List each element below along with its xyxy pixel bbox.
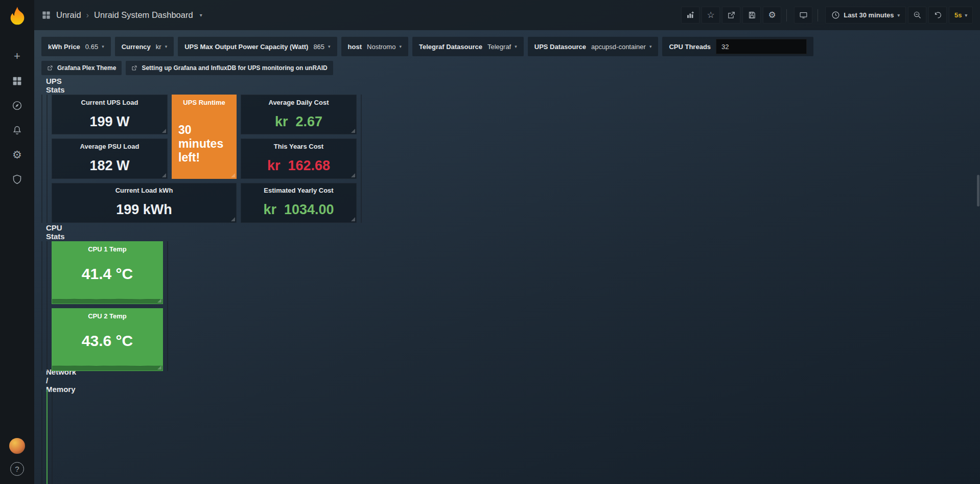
stat-value: kr 162.68 [267,158,330,174]
star-button[interactable]: ☆ [702,7,720,24]
panel-cpu1-temp: CPU 1 Temp 41.4 °C [52,241,163,304]
share-button[interactable] [722,7,740,24]
cycle-view-tv-button[interactable] [794,7,812,24]
server-admin-shield-icon[interactable] [6,170,29,188]
panel-title[interactable]: Current Load kWh [115,187,173,194]
explore-compass-icon[interactable] [6,96,29,114]
breadcrumb-page[interactable]: Unraid System Dashboard [94,10,193,20]
panel-title[interactable]: Average Daily Cost [268,99,329,106]
variable-dropdown[interactable]: 0.65▾ [85,43,104,51]
variable-telegraf-datasource: Telegraf Datasource Telegraf▾ [412,37,524,56]
row-title: Network / Memory [46,367,76,394]
panel-current-ups-load: Current UPS Load 199 W [52,95,168,134]
panel-title[interactable]: CPU package [46,245,48,253]
panel-title[interactable]: Network [41,394,42,401]
variable-currency: Currency kr▾ [115,37,174,56]
panel-current-load-kwh: Current Load kWh 199 kWh [52,183,237,223]
panel-title[interactable]: Uptime [46,394,48,401]
variable-dropdown[interactable]: kr▾ [156,43,167,51]
refresh-interval-button[interactable]: 5s ▾ [949,7,973,24]
panel-title[interactable]: UPS Load % [41,99,42,106]
legend-column[interactable]: current [41,339,42,345]
panel-title[interactable]: Current UPS Load [81,99,138,106]
page-scrollbar[interactable] [976,0,980,484]
grafana-logo[interactable] [7,5,28,26]
panel-title[interactable]: CPU 2 Temp [88,312,127,320]
help-icon[interactable]: ? [10,462,24,476]
chart-legend: max avg current▾ CPU Total 38% 18% 36% U… [47,336,48,371]
add-panel-button[interactable] [681,7,699,24]
variable-dropdown[interactable]: apcupsd-container▾ [591,43,652,51]
save-button[interactable] [742,7,761,24]
grafana-flame-icon [7,5,28,26]
link-label: Grafana Plex Theme [57,64,116,72]
navbar-divider [818,9,818,21]
legend-column[interactable]: current [167,339,168,345]
gear-icon: ⚙ [768,10,776,20]
panel-title[interactable]: This Years Cost [274,143,323,150]
panel-uptime: Uptime 1 month 1 [46,389,48,484]
panel-cpu-2: CPU 2 Last 30 minutes 100% 50% 0% [167,241,168,371]
variable-label: Telegraf Datasource [419,43,482,51]
variable-value: apcupsd-container [591,43,646,51]
variable-label: UPS Datasource [534,43,586,51]
panel-title[interactable]: CPU 2 [167,245,168,253]
grafana-app: + ⚙ ? Unraid › [0,0,980,484]
breadcrumb-separator: › [86,10,89,20]
external-link-icon [47,65,53,71]
panel-title[interactable]: Estimated Yearly Cost [264,187,333,194]
panel-ups-load-percent: UPS Load % Last 12 hours Percent 35% 30%… [41,95,42,223]
time-picker-label: Last 30 minutes [844,11,894,19]
caret-down-icon: ▾ [328,44,331,49]
variable-cpu-threads: CPU Threads [662,37,813,56]
chart-legend: avg current▾ Core 1 22% 42% Core 5 21% 4… [42,336,42,371]
panel-this-years-cost: This Years Cost kr 162.68 [241,139,357,178]
link-ups-monitoring-guide[interactable]: Setting up Grafana and InfluxDB for UPS … [126,61,333,75]
caret-down-icon: ▾ [165,44,168,49]
time-picker-button[interactable]: Last 30 minutes ▾ [825,7,906,24]
panel-title[interactable]: UPS Runtime [183,99,225,106]
variable-dropdown[interactable]: Nostromo▾ [367,43,402,51]
panel-title[interactable]: Memory [52,394,53,401]
link-grafana-plex-theme[interactable]: Grafana Plex Theme [41,61,122,75]
variable-dropdown[interactable]: Telegraf▾ [487,43,517,51]
caret-down-icon: ▾ [965,13,967,18]
stat-value: 182 W [89,158,129,174]
caret-down-icon: ▾ [897,13,900,18]
zoom-out-button[interactable] [908,7,926,24]
variable-ups-max-output: UPS Max Output Power Capacity (Watt) 865… [178,37,337,56]
navbar-actions: ☆ ⚙ Last 30 minutes ▾ [679,7,973,24]
gauge-arc-svg [46,112,48,202]
sidebar-menu: + ⚙ [6,47,29,188]
refresh-button[interactable] [928,7,947,24]
panel-title[interactable]: UPS Load vs Time left [361,99,362,106]
scrollbar-thumb[interactable] [977,175,979,206]
user-avatar[interactable] [9,438,25,454]
panel-title[interactable]: Average PSU Load [80,143,139,150]
panel-title[interactable]: UPS Battery Charge [46,99,48,106]
help-glyph: ? [15,465,19,473]
panel-network: Network Last 30 minutes 6.0 MBs 4.0 MBs … [41,389,42,484]
dashboards-icon[interactable] [6,72,29,90]
configuration-gear-icon[interactable]: ⚙ [6,145,29,164]
panel-title[interactable]: CPU 1 Temp [88,245,127,253]
legend-column[interactable]: current [46,339,48,345]
alerting-bell-icon[interactable] [6,121,29,139]
main-area: Unraid › Unraid System Dashboard ▾ ☆ ⚙ [34,0,980,484]
variable-label: Currency [122,43,151,51]
cpu-temp-column: CPU 1 Temp 41.4 °C CPU 2 Temp 43.6 °C [52,241,163,371]
create-plus-icon[interactable]: + [6,47,29,65]
variable-dropdown[interactable]: 865▾ [313,43,330,51]
stat-value: 41.4 °C [82,265,133,283]
panel-ups-load-vs-time-left: UPS Load vs Time left 250 W 200 W 150 W … [361,95,362,223]
top-navbar: Unraid › Unraid System Dashboard ▾ ☆ ⚙ [34,0,980,30]
chart-body: Percent 35% 30% 25% 20% 15% [42,109,42,162]
breadcrumb-caret-icon[interactable]: ▾ [200,12,202,18]
dashboard-submenu: kWh Price 0.65▾ Currency kr▾ UPS Max Out… [34,30,980,75]
settings-button[interactable]: ⚙ [763,7,781,24]
stat-value: 43.6 °C [82,332,133,350]
cpu-threads-input[interactable] [716,39,807,54]
navbar-divider [786,9,787,21]
breadcrumb-app[interactable]: Unraid [56,10,81,20]
panel-title[interactable]: CPU 1 [41,245,42,253]
